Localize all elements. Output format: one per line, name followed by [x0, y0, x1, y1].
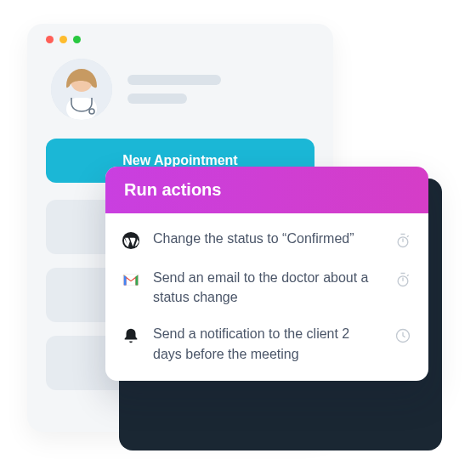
window-zoom-dot[interactable]	[73, 36, 81, 43]
run-actions-header: Run actions	[105, 167, 428, 213]
profile-header	[51, 59, 309, 120]
timer-icon	[393, 269, 413, 290]
avatar	[51, 59, 112, 120]
action-text: Send a notification to the client 2 days…	[153, 324, 381, 363]
action-text: Change the status to “Confirmed”	[153, 229, 381, 248]
bell-icon	[121, 326, 141, 346]
wordpress-icon	[121, 230, 141, 251]
clock-icon	[393, 326, 413, 346]
action-row[interactable]: Send an email to the doctor about a stat…	[121, 268, 413, 307]
action-row[interactable]: Send a notification to the client 2 days…	[121, 324, 413, 363]
profile-name-placeholder	[128, 75, 221, 104]
run-actions-title: Run actions	[124, 180, 221, 199]
window-minimize-dot[interactable]	[60, 36, 67, 43]
timer-icon	[393, 230, 413, 251]
skeleton-line	[128, 94, 187, 104]
window-close-dot[interactable]	[46, 36, 54, 43]
skeleton-line	[128, 75, 221, 85]
run-actions-body: Change the status to “Confirmed” Send an…	[105, 213, 428, 381]
action-text: Send an email to the doctor about a stat…	[153, 268, 381, 307]
gmail-icon	[121, 269, 141, 290]
action-row[interactable]: Change the status to “Confirmed”	[121, 229, 413, 251]
run-actions-card: Run actions Change the status to “Confir…	[105, 167, 428, 381]
window-controls	[46, 36, 314, 43]
doctor-avatar-icon	[51, 59, 112, 120]
